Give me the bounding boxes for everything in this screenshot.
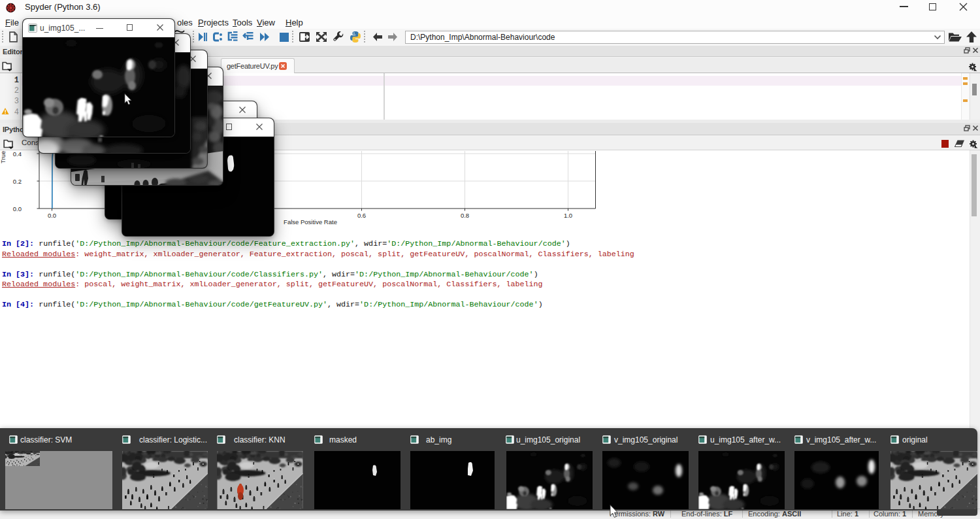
- svg-text:0.6: 0.6: [357, 212, 366, 219]
- svg-text:0.8: 0.8: [461, 212, 469, 219]
- svg-text:1.0: 1.0: [564, 212, 572, 219]
- svg-text:0.0: 0.0: [13, 205, 22, 212]
- svg-text:0.2: 0.2: [13, 178, 22, 185]
- svg-text:True Positive Rate: True Positive Rate: [0, 151, 7, 163]
- svg-text:0.0: 0.0: [48, 212, 56, 219]
- svg-text:0.4: 0.4: [13, 151, 22, 158]
- svg-text:False Positive Rate: False Positive Rate: [284, 218, 337, 226]
